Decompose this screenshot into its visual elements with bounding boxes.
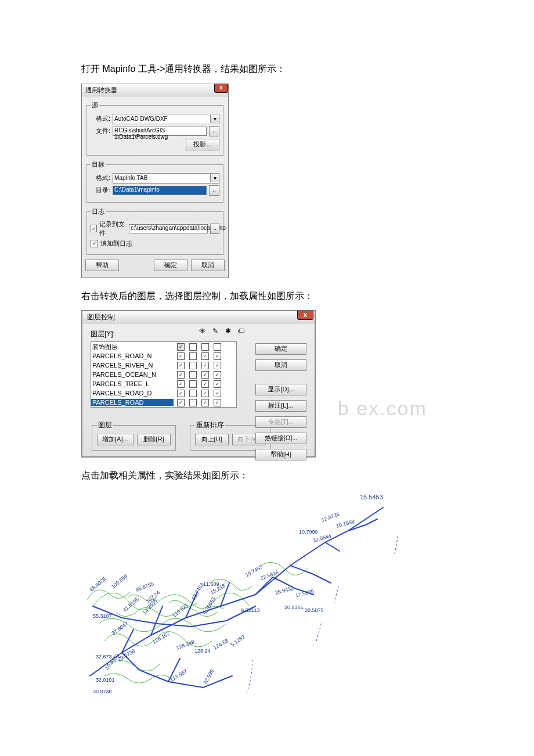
dialog-titlebar: 图层控制 x bbox=[82, 311, 315, 323]
close-icon[interactable]: x bbox=[297, 311, 313, 320]
column-icons: 👁 ✎ ✱ 🏷 bbox=[199, 327, 245, 335]
paragraph-2: 右击转换后的图层，选择图层控制，加载属性如图所示： bbox=[81, 289, 453, 304]
combo-value: MapInfo TAB bbox=[114, 175, 147, 181]
checkbox[interactable] bbox=[189, 399, 197, 406]
checkbox[interactable]: ✓ bbox=[214, 390, 221, 397]
help-button[interactable]: 帮助[H] bbox=[255, 449, 306, 460]
paragraph-1: 打开 Mapinfo 工具->通用转换器，结果如图所示： bbox=[81, 62, 453, 77]
map-label: 37.8047 bbox=[110, 621, 129, 636]
label-button[interactable]: 标注[L]... bbox=[255, 400, 306, 412]
add-button[interactable]: 增加[A]... bbox=[97, 434, 134, 445]
format-label: 格式: bbox=[91, 174, 110, 182]
checkbox[interactable]: ✓ bbox=[201, 371, 209, 379]
browse-button[interactable]: .. bbox=[209, 185, 219, 196]
map-label: 55.3107 bbox=[93, 613, 112, 619]
checkbox[interactable] bbox=[189, 380, 197, 388]
help-button[interactable]: 帮助 bbox=[85, 260, 119, 271]
up-button[interactable]: 向上[U] bbox=[195, 434, 229, 445]
dest-legend: 目标 bbox=[91, 160, 106, 169]
layer-row[interactable]: 装饰图层✓ bbox=[91, 342, 236, 351]
checkbox[interactable]: ✓ bbox=[91, 240, 98, 247]
layer-name: 装饰图层 bbox=[91, 343, 174, 351]
projection-button[interactable]: 投影... bbox=[186, 139, 219, 150]
map-label: 128.24 bbox=[194, 648, 211, 654]
source-format-combo[interactable]: AutoCAD DWG/DXF ▾ bbox=[113, 114, 219, 124]
layer-row[interactable]: PARCELS_RIVER_N✓✓✓ bbox=[91, 361, 236, 370]
checkbox[interactable]: ✓ bbox=[214, 371, 221, 379]
select-icon: ✱ bbox=[224, 327, 232, 335]
map-label: 5.76653 bbox=[202, 596, 217, 615]
theme-button[interactable]: 专题[T]... bbox=[255, 416, 306, 428]
checkbox[interactable] bbox=[189, 343, 197, 351]
layer-list-area: 图层[Y]: 👁 ✎ ✱ 🏷 装饰图层✓PARCELS_ROAD_N✓✓✓PAR… bbox=[91, 329, 236, 408]
log-group: 日志 ✓ 记录到文件 c:\users\zhangan\appdata\loca… bbox=[86, 207, 223, 255]
log-append-label: 追加到日志 bbox=[100, 239, 132, 248]
checkbox[interactable]: ✓ bbox=[214, 362, 221, 369]
map-label: 13.7453 bbox=[190, 582, 205, 601]
browse-button[interactable]: .. bbox=[209, 126, 219, 136]
layer-name: PARCELS_ROAD bbox=[91, 399, 174, 406]
checkbox[interactable]: ✓ bbox=[201, 399, 209, 406]
dest-dir-input[interactable]: C:\Data1\mapinfo bbox=[113, 186, 207, 195]
checkbox[interactable]: ✓ bbox=[201, 390, 209, 397]
ok-button[interactable]: 确定 bbox=[255, 343, 306, 355]
layer-control-dialog: 图层控制 x 图层[Y]: 👁 ✎ ✱ 🏷 装饰图层✓PARCELS_ROAD_… bbox=[81, 310, 316, 458]
display-button[interactable]: 显示[D]... bbox=[255, 384, 306, 395]
layer-row[interactable]: PARCELS_ROAD_N✓✓✓ bbox=[91, 351, 236, 361]
checkbox[interactable]: ✓ bbox=[177, 362, 185, 369]
log-file-input[interactable]: c:\users\zhangan\appdata\local\temp bbox=[129, 224, 208, 233]
chevron-down-icon[interactable]: ▾ bbox=[210, 174, 219, 182]
checkbox[interactable]: ✓ bbox=[177, 390, 185, 397]
checkbox[interactable]: ✓ bbox=[177, 371, 185, 379]
layer-name: PARCELS_TREE_L bbox=[91, 380, 174, 387]
dialog-title: 通用转换器 bbox=[85, 87, 117, 93]
map-corner-label: 15.5453 bbox=[360, 494, 383, 501]
map-label: 124.58 bbox=[212, 638, 229, 650]
layer-row[interactable]: PARCELS_TREE_L✓✓✓ bbox=[91, 379, 236, 388]
layer-listbox[interactable]: 装饰图层✓PARCELS_ROAD_N✓✓✓PARCELS_RIVER_N✓✓✓… bbox=[91, 341, 237, 408]
checkbox[interactable]: ✓ bbox=[214, 399, 221, 406]
checkbox[interactable]: ✓ bbox=[201, 352, 209, 360]
dialog-title: 图层控制 bbox=[87, 313, 115, 321]
checkbox[interactable] bbox=[189, 371, 197, 379]
hotlink-button[interactable]: 热链接[O]... bbox=[255, 433, 306, 444]
checkbox[interactable]: ✓ bbox=[201, 380, 209, 388]
dialog-titlebar: 通用转换器 x bbox=[82, 84, 228, 96]
layer-row[interactable]: PARCELS_ROAD✓✓✓ bbox=[91, 398, 236, 407]
cancel-button[interactable]: 取消 bbox=[255, 359, 306, 371]
converter-dialog: 通用转换器 x 源 格式: AutoCAD DWG/DXF ▾ 文件: RCGi… bbox=[81, 84, 229, 278]
checkbox[interactable]: ✓ bbox=[177, 352, 185, 360]
checkbox[interactable] bbox=[189, 352, 197, 360]
map-label: 20.8361 bbox=[284, 604, 304, 610]
map-label: 32.0191 bbox=[96, 677, 115, 683]
checkbox[interactable]: ✓ bbox=[177, 343, 185, 351]
checkbox[interactable]: ✓ bbox=[214, 380, 221, 388]
checkbox[interactable]: ✓ bbox=[91, 225, 97, 232]
checkbox[interactable] bbox=[189, 362, 197, 369]
dest-format-combo[interactable]: MapInfo TAB ▾ bbox=[113, 173, 219, 183]
checkbox[interactable] bbox=[201, 343, 209, 351]
ok-button[interactable]: 确定 bbox=[154, 260, 187, 271]
layer-row[interactable]: PARCELS_ROAD_D✓✓✓ bbox=[91, 388, 236, 398]
chevron-down-icon[interactable]: ▾ bbox=[210, 115, 219, 123]
cancel-button[interactable]: 取消 bbox=[191, 260, 225, 271]
browse-button[interactable]: .. bbox=[210, 224, 219, 234]
source-file-input[interactable]: RCGis\shixi\ArcGIS-1\Data1\Parcels.dwg bbox=[113, 127, 207, 136]
checkbox[interactable]: ✓ bbox=[177, 380, 185, 388]
map-label: 32.673 bbox=[96, 654, 112, 660]
layer-legend: 图层 bbox=[97, 420, 113, 430]
file-label: 文件: bbox=[91, 127, 110, 135]
layer-name: PARCELS_RIVER_N bbox=[91, 362, 174, 369]
checkbox[interactable]: ✓ bbox=[214, 352, 221, 360]
map-label: 92.999 bbox=[202, 668, 215, 685]
format-label: 格式: bbox=[91, 114, 110, 123]
map-label: 9.32113 bbox=[241, 607, 260, 613]
layer-row[interactable]: PARCELS_OCEAN_N✓✓✓ bbox=[91, 370, 236, 379]
checkbox[interactable] bbox=[189, 390, 197, 397]
checkbox[interactable]: ✓ bbox=[201, 362, 209, 369]
close-icon[interactable]: x bbox=[214, 84, 228, 93]
checkbox[interactable] bbox=[214, 343, 221, 351]
map-label: 5.1262 bbox=[229, 633, 246, 647]
checkbox[interactable]: ✓ bbox=[177, 399, 185, 406]
delete-button[interactable]: 删除[R] bbox=[137, 434, 171, 445]
